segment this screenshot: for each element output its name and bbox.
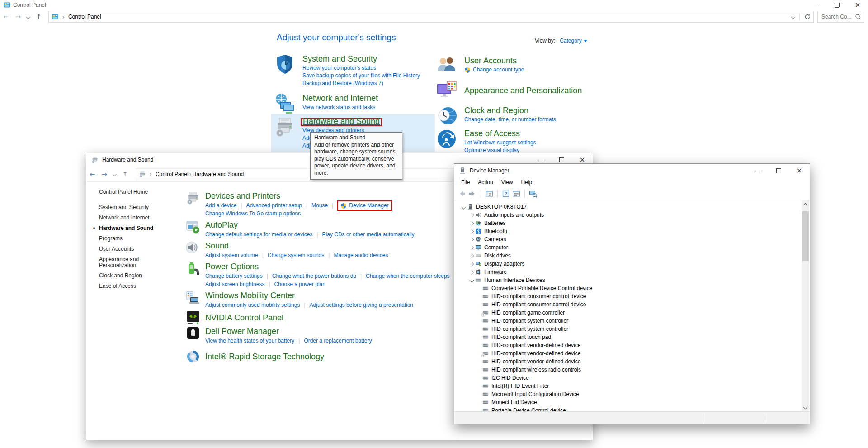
tree-item-intel-r-hid-event-filter[interactable]: Intel(R) HID Event Filter [454,382,810,390]
task-link-advanced-printer-setup[interactable]: Advanced printer setup [246,202,302,210]
tree-item-portable-device-control-device[interactable]: Portable Device Control device [454,406,810,411]
tree-item-hid-compliant-consumer-control-device[interactable]: HID-compliant consumer control device [454,300,810,309]
forward-icon[interactable]: → [102,170,108,178]
tree-item-microsoft-input-configuration-device[interactable]: Microsoft Input Configuration Device [454,390,810,398]
chevron-right-icon[interactable] [468,254,475,257]
forward-icon[interactable]: → [15,13,21,21]
up-icon[interactable]: ↑ [36,13,42,21]
task-link-change-account-type[interactable]: Change account type [473,66,524,74]
show-console-tree-icon[interactable] [485,190,493,198]
menu-action[interactable]: Action [474,179,497,186]
task-link-change-system-sounds[interactable]: Change system sounds [268,252,324,259]
tree-item-hid-compliant-vendor-defined-device[interactable]: HID-compliant vendor-defined device [454,349,810,357]
task-link-adjust-system-volume[interactable]: Adjust system volume [205,252,258,259]
address-dropdown-chevron-icon[interactable] [791,14,796,19]
sidebar-item-ease-of-access[interactable]: Ease of Access [99,283,156,289]
section-title-power-options[interactable]: Power Options [205,262,259,272]
task-link-view-the-health-states-of-your-battery[interactable]: View the health states of your battery [205,337,294,345]
close-button[interactable]: × [789,164,810,177]
view-by-value[interactable]: Category [560,38,582,44]
sidebar-item-appearance-and-personalization[interactable]: Appearance and Personalization [99,257,156,268]
tree-item-hid-compliant-system-controller[interactable]: HID-compliant system controller [454,317,810,325]
task-link-save-backup-copies-of-your-files-with-file-history[interactable]: Save backup copies of your files with Fi… [302,72,420,80]
tree-item-human-interface-devices[interactable]: Human Interface Devices [454,276,810,284]
task-link-adjust-screen-brightness[interactable]: Adjust screen brightness [205,281,264,288]
chevron-right-icon[interactable] [468,222,475,225]
breadcrumb-item[interactable]: Control Panel [156,171,189,177]
task-link-change-what-the-power-buttons-do[interactable]: Change what the power buttons do [272,272,356,280]
category-title-hardware-and-sound[interactable]: Hardware and Sound [303,116,380,127]
task-link-change-default-settings-for-media-or-devices[interactable]: Change default settings for media or dev… [205,231,312,238]
minimize-button[interactable] [806,0,826,10]
recent-pages-chevron-icon[interactable] [113,172,117,176]
task-link-change-battery-settings[interactable]: Change battery settings [205,272,263,280]
task-link-change-when-the-computer-sleeps[interactable]: Change when the computer sleeps [366,272,449,280]
chevron-right-icon[interactable] [468,246,475,249]
chevron-right-icon[interactable] [468,262,475,266]
task-link-backup-and-restore-windows-7[interactable]: Backup and Restore (Windows 7) [302,80,383,87]
section-title-windows-mobility-center[interactable]: Windows Mobility Center [205,291,295,301]
tree-item-computer[interactable]: Computer [454,243,810,252]
sidebar-item-user-accounts[interactable]: User Accounts [99,246,156,252]
sidebar-item-clock-and-region[interactable]: Clock and Region [99,273,156,279]
breadcrumb-item[interactable]: Hardware and Sound [193,171,244,177]
category-title-user-accounts[interactable]: User Accounts [464,55,517,66]
menu-file[interactable]: File [457,179,474,186]
tree-item-cameras[interactable]: Cameras [454,235,810,243]
tree-item-batteries[interactable]: Batteries [454,219,810,227]
task-link-adjust-settings-before-giving-a-presentation[interactable]: Adjust settings before giving a presenta… [310,301,413,309]
tree-item-audio-inputs-and-outputs[interactable]: Audio inputs and outputs [454,211,810,219]
refresh-icon[interactable] [804,14,811,20]
back-icon[interactable]: ← [3,13,9,21]
sidebar-item-programs[interactable]: Programs [99,236,156,242]
maximize-button[interactable] [768,164,789,177]
scan-hardware-changes-icon[interactable] [529,190,537,198]
help-icon[interactable]: ? [502,190,510,198]
breadcrumb-item[interactable]: Control Panel [68,14,101,20]
tree-item-bluetooth[interactable]: Bluetooth [454,227,810,235]
task-link-let-windows-suggest-settings[interactable]: Let Windows suggest settings [464,139,536,147]
forward-icon[interactable] [468,190,476,198]
category-title-system-and-security[interactable]: System and Security [302,53,377,64]
address-bar[interactable]: › Control Panel [48,11,814,23]
chevron-right-icon[interactable] [468,230,475,233]
task-link-change-windows-to-go-startup-options[interactable]: Change Windows To Go startup options [205,210,301,218]
section-title-autoplay[interactable]: AutoPlay [205,220,238,230]
category-title-ease-of-access[interactable]: Ease of Access [464,128,520,139]
category-title-appearance-and-personalization[interactable]: Appearance and Personalization [464,85,582,96]
section-title-sound[interactable]: Sound [205,241,229,251]
scrollbar-thumb[interactable] [802,211,809,261]
task-link-order-a-replacement-battery[interactable]: Order a replacement battery [304,337,372,345]
sidebar-item-system-and-security[interactable]: System and Security [99,205,156,210]
tree-item-desktop-0k8to17[interactable]: DESKTOP-0K8TO17 [454,203,810,211]
back-icon[interactable]: ← [90,170,95,178]
chevron-right-icon[interactable] [468,271,475,274]
back-icon[interactable] [458,190,466,198]
menu-view[interactable]: View [497,179,517,186]
task-link-mouse[interactable]: Mouse [311,202,328,210]
restore-button[interactable] [826,0,847,10]
tree-item-hid-compliant-vendor-defined-device[interactable]: HID-compliant vendor-defined device [454,341,810,349]
tree-item-hid-compliant-wireless-radio-controls[interactable]: HID-compliant wireless radio controls [454,366,810,374]
tree-item-firmware[interactable]: Firmware [454,268,810,276]
task-link-manage-audio-devices[interactable]: Manage audio devices [334,252,388,259]
task-link-choose-a-power-plan[interactable]: Choose a power plan [274,281,326,288]
chevron-right-icon[interactable] [468,214,475,217]
tree-item-hid-compliant-touch-pad[interactable]: HID-compliant touch pad [454,333,810,341]
search-icon[interactable] [855,14,861,20]
up-icon[interactable]: ↑ [122,170,128,178]
task-link-add-a-device[interactable]: Add a device [205,202,236,210]
section-title-dell-power-manager[interactable]: Dell Power Manager [205,326,279,337]
tree-item-hid-compliant-system-controller[interactable]: HID-compliant system controller [454,325,810,333]
tree-item-hid-compliant-consumer-control-device[interactable]: HID-compliant consumer control device [454,292,810,300]
chevron-right-icon[interactable] [468,238,475,241]
tree-item-display-adapters[interactable]: Display adapters [454,260,810,268]
search-input[interactable] [821,13,855,20]
recent-pages-chevron-icon[interactable] [26,14,31,19]
task-link-view-network-status-and-tasks[interactable]: View network status and tasks [302,104,375,111]
task-link-change-date-time-or-number-formats[interactable]: Change date, time, or number formats [464,116,556,124]
view-by-chevron-icon[interactable] [584,40,587,42]
task-link-adjust-commonly-used-mobility-settings[interactable]: Adjust commonly used mobility settings [205,301,300,309]
tree-item-hid-compliant-game-controller[interactable]: HID-compliant game controller [454,309,810,317]
sidebar-item-home[interactable]: Control Panel Home [99,189,172,195]
